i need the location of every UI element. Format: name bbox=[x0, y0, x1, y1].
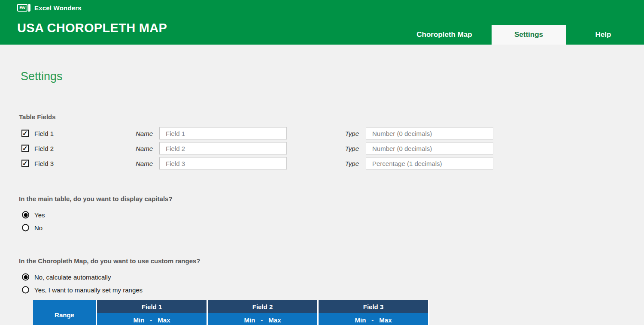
tab-choropleth-map[interactable]: Choropleth Map bbox=[397, 25, 492, 45]
tab-help[interactable]: Help bbox=[566, 25, 641, 45]
logo-ew-box: EW bbox=[17, 4, 27, 12]
ranges-field-2-header: Field 2 bbox=[208, 300, 317, 313]
ranges-field-1-group: Field 1 Min - Max bbox=[97, 300, 207, 325]
field-3-checkbox-label[interactable]: Field 3 bbox=[34, 159, 54, 167]
min-header: Min bbox=[244, 316, 255, 324]
ranges-field-3-header: Field 3 bbox=[319, 300, 428, 313]
excel-wonders-logo-icon: EW bbox=[17, 4, 30, 12]
capitals-no-label[interactable]: No bbox=[34, 224, 43, 232]
ranges-field-3-minmax: Min - Max bbox=[319, 313, 428, 325]
custom-ranges-table: Range Field 1 Min - Max Field 2 Min - Ma… bbox=[33, 300, 429, 325]
page-title: Settings bbox=[21, 70, 63, 83]
range-column-header: Range bbox=[33, 300, 96, 325]
minmax-dash: - bbox=[150, 316, 152, 324]
type-label: Type bbox=[326, 159, 359, 167]
field-3-name-input[interactable] bbox=[159, 157, 287, 169]
ranges-field-3-group: Field 3 Min - Max bbox=[319, 300, 428, 325]
name-label: Name bbox=[120, 159, 153, 167]
field-2-checkbox-label[interactable]: Field 2 bbox=[34, 144, 54, 152]
field-row-1: ✓ Field 1 Name Type bbox=[0, 126, 644, 141]
field-2-name-input[interactable] bbox=[159, 142, 287, 154]
field-row-2: ✓ Field 2 Name Type bbox=[0, 141, 644, 156]
radio-dot-icon bbox=[24, 275, 27, 279]
ranges-field-1-header: Field 1 bbox=[97, 300, 207, 313]
capitals-yes-radio[interactable] bbox=[22, 211, 29, 219]
type-label: Type bbox=[326, 129, 359, 137]
brand-name: Excel Wonders bbox=[34, 4, 82, 12]
min-header: Min bbox=[133, 316, 144, 324]
ranges-auto-radio[interactable] bbox=[22, 274, 29, 281]
ranges-field-2-minmax: Min - Max bbox=[208, 313, 317, 325]
capitals-question: In the main table, do you want to displa… bbox=[19, 195, 173, 202]
capitals-option-yes: Yes bbox=[0, 211, 258, 219]
tab-bar: Choropleth Map Settings Help bbox=[397, 25, 641, 45]
checkmark-icon: ✓ bbox=[22, 159, 28, 166]
radio-dot-icon bbox=[24, 213, 27, 217]
field-2-type-input[interactable] bbox=[366, 142, 493, 154]
capitals-option-no: No bbox=[0, 223, 258, 232]
field-2-checkbox[interactable]: ✓ bbox=[21, 144, 29, 152]
ranges-field-1-minmax: Min - Max bbox=[97, 313, 207, 325]
minmax-dash: - bbox=[261, 316, 263, 324]
field-1-checkbox-label[interactable]: Field 1 bbox=[34, 129, 54, 137]
brand: EW Excel Wonders bbox=[17, 4, 82, 12]
checkmark-icon: ✓ bbox=[22, 144, 28, 151]
table-fields-section-label: Table Fields bbox=[19, 113, 56, 120]
field-row-3: ✓ Field 3 Name Type bbox=[0, 156, 644, 171]
field-1-checkbox[interactable]: ✓ bbox=[21, 129, 29, 137]
max-header: Max bbox=[379, 316, 392, 324]
type-label: Type bbox=[326, 144, 359, 152]
app-window: EW Excel Wonders USA CHOROPLETH MAP Chor… bbox=[0, 0, 644, 325]
ranges-option-manual: Yes, I want to manually set my ranges bbox=[0, 286, 258, 294]
name-label: Name bbox=[120, 129, 153, 137]
ranges-manual-radio[interactable] bbox=[22, 286, 29, 294]
field-3-type-input[interactable] bbox=[366, 157, 493, 169]
max-header: Max bbox=[268, 316, 281, 324]
checkmark-icon: ✓ bbox=[22, 129, 28, 136]
field-1-name-input[interactable] bbox=[159, 127, 287, 139]
field-3-checkbox[interactable]: ✓ bbox=[21, 159, 29, 167]
minmax-dash: - bbox=[371, 316, 374, 324]
ranges-question: In the Choropleth Map, do you want to us… bbox=[19, 257, 200, 265]
logo-page-bar bbox=[28, 4, 30, 12]
ranges-field-2-group: Field 2 Min - Max bbox=[208, 300, 317, 325]
name-label: Name bbox=[120, 144, 153, 152]
ranges-option-auto: No, calculate automatically bbox=[0, 273, 258, 281]
max-header: Max bbox=[158, 316, 170, 324]
capitals-yes-label[interactable]: Yes bbox=[34, 211, 45, 219]
ranges-manual-label[interactable]: Yes, I want to manually set my ranges bbox=[34, 286, 143, 294]
page-header-title: USA CHOROPLETH MAP bbox=[17, 21, 167, 35]
app-header: EW Excel Wonders USA CHOROPLETH MAP Chor… bbox=[0, 0, 644, 45]
tab-settings[interactable]: Settings bbox=[492, 25, 566, 45]
table-fields-rows: ✓ Field 1 Name Type ✓ Field 2 Name Type … bbox=[0, 126, 644, 171]
field-1-type-input[interactable] bbox=[366, 127, 493, 139]
capitals-no-radio[interactable] bbox=[22, 224, 29, 232]
min-header: Min bbox=[355, 316, 366, 324]
ranges-auto-label[interactable]: No, calculate automatically bbox=[34, 274, 111, 281]
